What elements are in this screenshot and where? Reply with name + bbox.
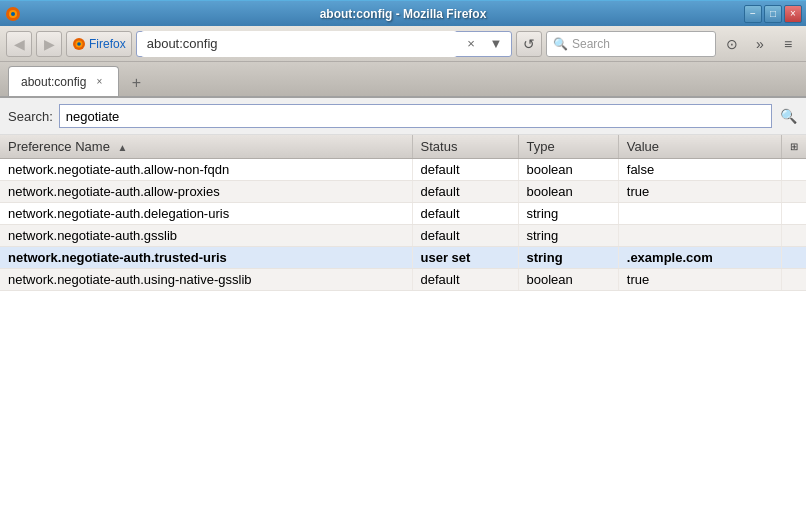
title-bar: about:config - Mozilla Firefox − □ × [0, 0, 806, 26]
svg-point-2 [11, 12, 15, 16]
search-input[interactable] [59, 104, 772, 128]
bookmark-icon[interactable]: ⊙ [720, 32, 744, 56]
table-row[interactable]: network.negotiate-auth.delegation-urisde… [0, 203, 806, 225]
cell-resize [782, 181, 807, 203]
tab-bar: about:config × + [0, 62, 806, 98]
col-header-name[interactable]: Preference Name ▲ [0, 135, 412, 159]
title-bar-left [4, 5, 26, 23]
cell-value: true [618, 269, 781, 291]
close-button[interactable]: × [784, 5, 802, 23]
col-resize-handle[interactable]: ⊞ [782, 135, 807, 159]
title-bar-buttons: − □ × [744, 5, 802, 23]
main-content: Search: 🔍 Preference Name ▲ Status Type … [0, 98, 806, 526]
cell-name: network.negotiate-auth.trusted-uris [0, 247, 412, 269]
back-button[interactable]: ◀ [6, 31, 32, 57]
cell-status: default [412, 203, 518, 225]
config-table: Preference Name ▲ Status Type Value ⊞ ne… [0, 135, 806, 291]
cell-value: .example.com [618, 247, 781, 269]
cell-type: boolean [518, 159, 618, 181]
sort-icon: ▲ [118, 142, 128, 153]
cell-status: default [412, 225, 518, 247]
search-icon: 🔍 [553, 37, 568, 51]
cell-resize [782, 269, 807, 291]
clear-search-button[interactable]: 🔍 [778, 106, 798, 126]
cell-value [618, 203, 781, 225]
search-label: Search: [8, 109, 53, 124]
window-title: about:config - Mozilla Firefox [320, 7, 487, 21]
table-row[interactable]: network.negotiate-auth.allow-proxiesdefa… [0, 181, 806, 203]
active-tab[interactable]: about:config × [8, 66, 119, 96]
cell-value: true [618, 181, 781, 203]
cell-name: network.negotiate-auth.using-native-gssl… [0, 269, 412, 291]
cell-value [618, 225, 781, 247]
table-container: Preference Name ▲ Status Type Value ⊞ ne… [0, 135, 806, 523]
firefox-menu-button[interactable]: Firefox [66, 31, 132, 57]
firefox-logo-icon [72, 37, 86, 51]
search-row: Search: 🔍 [0, 98, 806, 135]
col-header-value[interactable]: Value [618, 135, 781, 159]
table-row[interactable]: network.negotiate-auth.gsslibdefaultstri… [0, 225, 806, 247]
cell-status: default [412, 269, 518, 291]
table-row[interactable]: network.negotiate-auth.using-native-gssl… [0, 269, 806, 291]
table-header-row: Preference Name ▲ Status Type Value ⊞ [0, 135, 806, 159]
cell-type: string [518, 225, 618, 247]
search-bar-placeholder: Search [572, 37, 610, 51]
minimize-button[interactable]: − [744, 5, 762, 23]
cell-type: boolean [518, 181, 618, 203]
url-dropdown-button[interactable]: ▼ [485, 33, 507, 55]
cell-name: network.negotiate-auth.delegation-uris [0, 203, 412, 225]
reload-button[interactable]: ↺ [516, 31, 542, 57]
cell-resize [782, 247, 807, 269]
more-button[interactable]: » [748, 32, 772, 56]
firefox-icon [4, 5, 22, 23]
cell-name: network.negotiate-auth.allow-proxies [0, 181, 412, 203]
menu-button[interactable]: ≡ [776, 32, 800, 56]
tab-label: about:config [21, 75, 86, 89]
url-input[interactable] [141, 31, 457, 57]
nav-bar: ◀ ▶ Firefox × ▼ ↺ 🔍 Search ⊙ » ≡ [0, 26, 806, 62]
cell-resize [782, 159, 807, 181]
cell-type: string [518, 247, 618, 269]
table-row[interactable]: network.negotiate-auth.trusted-urisuser … [0, 247, 806, 269]
cell-name: network.negotiate-auth.gsslib [0, 225, 412, 247]
cell-status: user set [412, 247, 518, 269]
cell-type: boolean [518, 269, 618, 291]
url-clear-button[interactable]: × [460, 33, 482, 55]
table-row[interactable]: network.negotiate-auth.allow-non-fqdndef… [0, 159, 806, 181]
col-header-status[interactable]: Status [412, 135, 518, 159]
cell-resize [782, 225, 807, 247]
new-tab-button[interactable]: + [123, 70, 149, 96]
tab-close-button[interactable]: × [92, 75, 106, 89]
forward-button[interactable]: ▶ [36, 31, 62, 57]
firefox-label: Firefox [89, 37, 126, 51]
svg-point-5 [77, 42, 81, 46]
cell-type: string [518, 203, 618, 225]
col-header-type[interactable]: Type [518, 135, 618, 159]
cell-value: false [618, 159, 781, 181]
cell-status: default [412, 159, 518, 181]
cell-status: default [412, 181, 518, 203]
cell-resize [782, 203, 807, 225]
maximize-button[interactable]: □ [764, 5, 782, 23]
cell-name: network.negotiate-auth.allow-non-fqdn [0, 159, 412, 181]
